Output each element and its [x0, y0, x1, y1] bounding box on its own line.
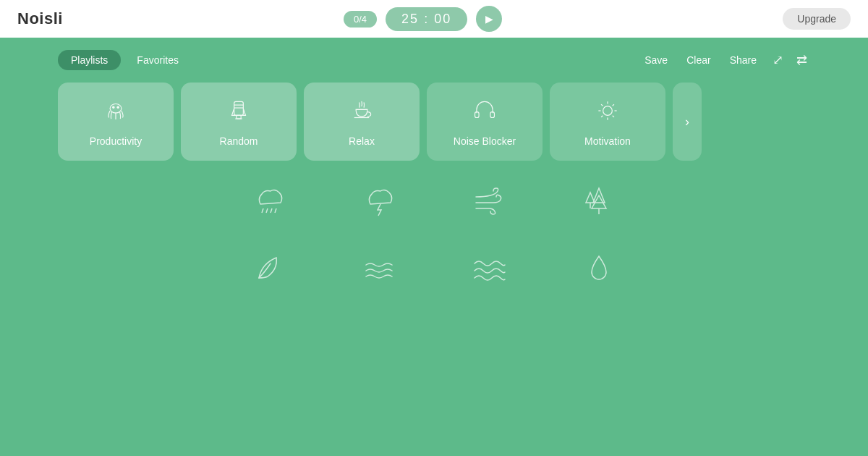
playlist-card-noise-blocker[interactable]: Noise Blocker: [427, 83, 542, 161]
save-button[interactable]: Save: [639, 51, 673, 69]
motivation-icon: [594, 97, 621, 130]
svg-point-12: [603, 106, 613, 115]
leaf-sound[interactable]: [250, 249, 288, 287]
waves-large-sound[interactable]: [470, 249, 508, 287]
sounds-row-2: [58, 249, 810, 287]
random-icon: [225, 97, 252, 130]
svg-line-18: [613, 115, 614, 117]
playlist-card-random[interactable]: Random: [181, 83, 297, 161]
svg-line-21: [262, 208, 263, 213]
svg-line-19: [613, 104, 614, 106]
random-label: Random: [220, 135, 258, 147]
sounds-section: [58, 182, 810, 287]
svg-line-24: [275, 208, 276, 213]
noise-blocker-label: Noise Blocker: [454, 135, 516, 147]
svg-line-23: [271, 208, 272, 213]
tabs-right: Save Clear Share ⤢ ⇄: [639, 49, 810, 71]
sounds-row-1: [58, 182, 810, 220]
forest-sound[interactable]: [580, 182, 618, 220]
playlist-card-relax[interactable]: Relax: [304, 83, 420, 161]
rain-sound[interactable]: [250, 182, 288, 220]
tabs-left: Playlists Favorites: [58, 50, 192, 70]
shuffle-icon[interactable]: ⇄: [793, 49, 810, 71]
carousel-next-button[interactable]: ›: [673, 83, 702, 161]
main-content: Playlists Favorites Save Clear Share ⤢ ⇄: [0, 38, 868, 456]
thunder-sound[interactable]: [360, 182, 398, 220]
tab-favorites[interactable]: Favorites: [124, 50, 192, 70]
wind-sound[interactable]: [470, 182, 508, 220]
svg-line-17: [601, 104, 603, 106]
motivation-label: Motivation: [584, 135, 631, 147]
drop-sound[interactable]: [580, 249, 618, 287]
sort-icon[interactable]: ⤢: [770, 49, 786, 71]
svg-point-1: [113, 106, 114, 108]
timer-display: 25 : 00: [386, 7, 467, 31]
svg-line-22: [266, 208, 268, 213]
tabs-row: Playlists Favorites Save Clear Share ⤢ ⇄: [58, 49, 810, 71]
tab-playlists[interactable]: Playlists: [58, 50, 121, 70]
track-counter: 0/4: [344, 11, 377, 28]
playlist-card-motivation[interactable]: Motivation: [550, 83, 665, 161]
logo: Noisli: [17, 9, 63, 28]
clear-button[interactable]: Clear: [681, 51, 716, 69]
share-button[interactable]: Share: [724, 51, 762, 69]
relax-icon: [348, 97, 375, 130]
waves-small-sound[interactable]: [360, 249, 398, 287]
header: Noisli 0/4 25 : 00 ▶ Upgrade: [0, 0, 868, 38]
noise-blocker-icon: [471, 97, 498, 130]
play-button[interactable]: ▶: [476, 6, 502, 32]
upgrade-button[interactable]: Upgrade: [783, 8, 851, 30]
productivity-icon: [102, 97, 129, 130]
svg-rect-6: [237, 115, 241, 119]
productivity-label: Productivity: [90, 135, 142, 147]
svg-point-0: [110, 104, 122, 113]
app-wrapper: Noisli 0/4 25 : 00 ▶ Upgrade Playlists F…: [0, 0, 868, 456]
svg-line-20: [601, 115, 603, 117]
header-center: 0/4 25 : 00 ▶: [344, 6, 502, 32]
svg-point-2: [117, 106, 119, 108]
playlists-row: Productivity Random: [58, 83, 810, 161]
playlist-card-productivity[interactable]: Productivity: [58, 83, 174, 161]
relax-label: Relax: [349, 135, 375, 147]
svg-rect-3: [234, 101, 244, 115]
